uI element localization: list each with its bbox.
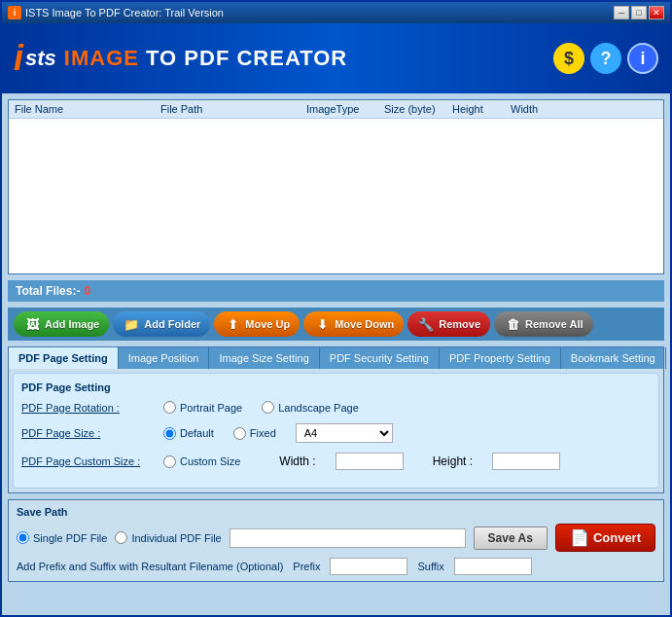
- remove-icon: 🔧: [417, 315, 435, 333]
- main-content: File Name File Path ImageType Size (byte…: [2, 93, 670, 615]
- add-folder-button[interactable]: 📁 Add Folder: [113, 311, 210, 337]
- move-up-icon: ⬆: [224, 315, 241, 333]
- prefix-label: Prefix: [293, 561, 320, 572]
- add-folder-icon: 📁: [123, 315, 140, 333]
- save-path-input[interactable]: [230, 528, 466, 548]
- remove-button[interactable]: 🔧 Remove: [407, 311, 490, 337]
- individual-pdf-option[interactable]: Individual PDF File: [115, 531, 221, 544]
- tab-bookmark-setting[interactable]: Bookmark Setting: [561, 347, 666, 369]
- portrait-radio[interactable]: [163, 401, 176, 414]
- convert-label: Convert: [593, 530, 641, 545]
- file-list-header: File Name File Path ImageType Size (byte…: [9, 100, 663, 119]
- logo-sts: sts: [25, 46, 56, 71]
- fixed-size-radio[interactable]: [233, 427, 246, 440]
- logo-area: i sts IMAGE TO PDF CREATOR: [14, 38, 347, 79]
- action-buttons-row: 🖼 Add Image 📁 Add Folder ⬆ Move Up ⬇ Mov…: [8, 308, 664, 341]
- title-bar-left: i ISTS Image To PDF Creator: Trail Versi…: [8, 6, 224, 19]
- suffix-input[interactable]: [454, 558, 532, 575]
- single-pdf-radio[interactable]: [17, 531, 29, 544]
- custom-size-option-label: Custom Size: [180, 455, 240, 467]
- header-icons: $ ? i: [553, 43, 658, 74]
- tab-pdf-security-setting[interactable]: PDF Security Setting: [320, 347, 440, 369]
- total-files-bar: Total Files:- 0: [8, 280, 664, 302]
- tab-content-pdf-page-setting: PDF Page Setting PDF Page Rotation : Por…: [13, 373, 659, 489]
- default-size-radio[interactable]: [163, 427, 176, 440]
- close-button[interactable]: ✕: [649, 6, 664, 19]
- tabs-header: PDF Page Setting Image Position Image Si…: [9, 347, 663, 369]
- custom-size-radio-group: Custom Size Width : Height :: [163, 453, 560, 470]
- suffix-label: Suffix: [417, 561, 443, 572]
- total-files-count: 0: [84, 284, 90, 298]
- fixed-size-option[interactable]: Fixed: [233, 427, 276, 440]
- width-input[interactable]: [336, 453, 404, 470]
- page-size-dropdown[interactable]: A4 A3 Letter Legal: [296, 423, 393, 443]
- minimize-button[interactable]: ─: [614, 6, 629, 19]
- individual-pdf-label: Individual PDF File: [131, 532, 221, 544]
- col-filename-header: File Name: [15, 103, 160, 115]
- default-size-option[interactable]: Default: [163, 427, 214, 440]
- custom-size-option[interactable]: Custom Size: [163, 455, 240, 468]
- remove-all-button[interactable]: 🗑 Remove All: [494, 311, 593, 337]
- move-up-button[interactable]: ⬆ Move Up: [214, 311, 300, 337]
- save-path-row: Single PDF File Individual PDF File Save…: [17, 524, 655, 552]
- col-filepath-header: File Path: [160, 103, 306, 115]
- landscape-option[interactable]: Landscape Page: [262, 401, 359, 414]
- tab-pdf-property-setting[interactable]: PDF Property Setting: [440, 347, 561, 369]
- col-width-header: Width: [511, 103, 569, 115]
- tab-image-position[interactable]: Image Position: [119, 347, 210, 369]
- move-down-icon: ⬇: [313, 315, 331, 333]
- custom-size-radio[interactable]: [163, 455, 176, 468]
- window-title: ISTS Image To PDF Creator: Trail Version: [25, 7, 224, 18]
- custom-size-label: PDF Page Custom Size :: [21, 455, 148, 467]
- single-pdf-option[interactable]: Single PDF File: [17, 531, 107, 544]
- add-image-icon: 🖼: [23, 315, 41, 333]
- window-controls: ─ □ ✕: [614, 6, 664, 19]
- dollar-icon[interactable]: $: [553, 43, 584, 74]
- height-label: Height :: [433, 454, 473, 468]
- page-size-row: PDF Page Size : Default Fixed A4 A3: [21, 423, 651, 443]
- individual-pdf-radio[interactable]: [115, 531, 127, 544]
- custom-size-row: PDF Page Custom Size : Custom Size Width…: [21, 453, 651, 470]
- title-bar: i ISTS Image To PDF Creator: Trail Versi…: [2, 2, 670, 23]
- tab-content-title: PDF Page Setting: [21, 381, 651, 393]
- portrait-option[interactable]: Portrait Page: [163, 401, 242, 414]
- height-input[interactable]: [492, 453, 560, 470]
- logo-image-word: IMAGE: [64, 46, 139, 70]
- add-folder-label: Add Folder: [144, 318, 200, 330]
- logo-i: i: [14, 38, 23, 79]
- page-size-label: PDF Page Size :: [21, 427, 148, 439]
- save-path-title: Save Path: [17, 506, 655, 518]
- remove-label: Remove: [439, 318, 480, 330]
- width-label: Width :: [279, 454, 315, 468]
- move-down-button[interactable]: ⬇ Move Down: [303, 311, 404, 337]
- prefix-suffix-label: Add Prefix and Suffix with Resultant Fil…: [17, 561, 283, 572]
- col-height-header: Height: [452, 103, 511, 115]
- fixed-size-label: Fixed: [250, 427, 276, 439]
- move-down-label: Move Down: [335, 318, 394, 330]
- tab-image-size-setting[interactable]: Image Size Setting: [209, 347, 319, 369]
- file-list-container: File Name File Path ImageType Size (byte…: [8, 99, 664, 274]
- portrait-label: Portrait Page: [180, 402, 242, 414]
- save-as-button[interactable]: Save As: [474, 526, 548, 550]
- info-icon[interactable]: i: [627, 43, 658, 74]
- default-size-label: Default: [180, 427, 214, 439]
- remove-all-icon: 🗑: [504, 315, 521, 333]
- convert-button[interactable]: 📄 Convert: [555, 524, 655, 552]
- rotation-label: PDF Page Rotation :: [21, 402, 148, 414]
- prefix-input[interactable]: [330, 558, 407, 575]
- rotation-radio-group: Portrait Page Landscape Page: [163, 401, 359, 414]
- page-size-radio-group: Default Fixed A4 A3 Letter Legal: [163, 423, 393, 443]
- add-image-button[interactable]: 🖼 Add Image: [14, 311, 109, 337]
- total-files-label: Total Files:-: [16, 284, 80, 298]
- rotation-row: PDF Page Rotation : Portrait Page Landsc…: [21, 401, 651, 414]
- app-icon: i: [8, 6, 21, 19]
- main-window: i ISTS Image To PDF Creator: Trail Versi…: [0, 0, 672, 617]
- add-image-label: Add Image: [45, 318, 99, 330]
- save-path-section: Save Path Single PDF File Individual PDF…: [8, 499, 664, 582]
- maximize-button[interactable]: □: [631, 6, 647, 19]
- help-icon[interactable]: ?: [590, 43, 621, 74]
- landscape-radio[interactable]: [262, 401, 274, 414]
- file-list-body[interactable]: [9, 119, 663, 245]
- tabs-panel: PDF Page Setting Image Position Image Si…: [8, 346, 664, 493]
- tab-pdf-page-setting[interactable]: PDF Page Setting: [9, 347, 119, 369]
